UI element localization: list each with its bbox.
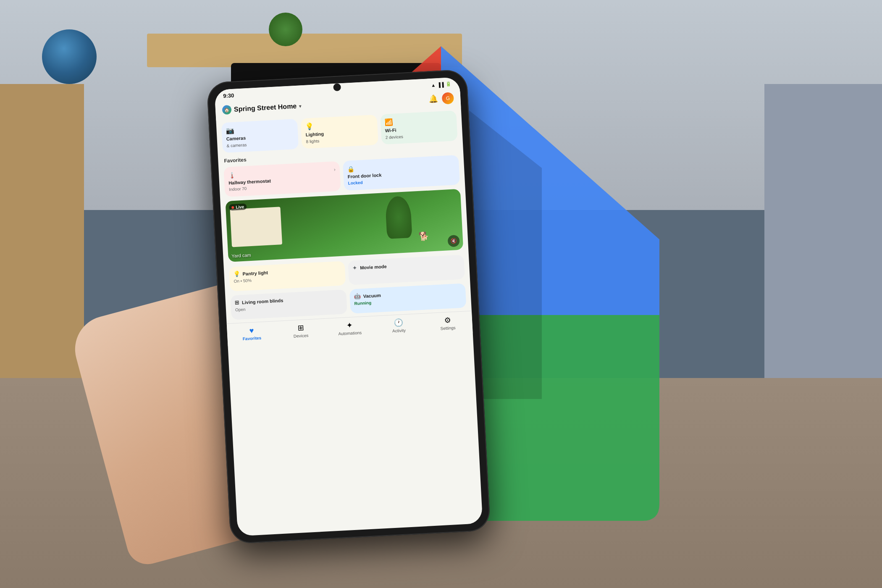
home-icon-symbol: 🏠 xyxy=(224,108,230,113)
vacuum-card[interactable]: 🤖 Vacuum Running xyxy=(349,283,467,313)
user-avatar[interactable]: G xyxy=(442,92,454,104)
lighting-card[interactable]: 💡 Lighting 8 lights xyxy=(301,115,378,149)
home-name-label: Spring Street Home xyxy=(234,102,297,113)
nav-automations-icon: ✦ xyxy=(346,321,353,331)
movie-mode-card[interactable]: ✦ Movie mode xyxy=(348,255,465,285)
phone-screen: 9:30 ▲ ▐▐ 🔋 🏠 Spring Street Home ▾ 🔔 xyxy=(215,77,483,536)
nav-favorites[interactable]: ♥ Favorites xyxy=(227,325,276,342)
pantry-light-card[interactable]: 💡 Pantry light On • 50% xyxy=(229,261,346,291)
live-text: Live xyxy=(236,205,244,210)
phone-frame: 9:30 ▲ ▐▐ 🔋 🏠 Spring Street Home ▾ 🔔 xyxy=(207,69,491,544)
nav-devices-label: Devices xyxy=(294,333,309,339)
wifi-status-icon: ▲ xyxy=(431,82,436,88)
vacuum-icon: 🤖 xyxy=(354,293,361,299)
nav-settings-label: Settings xyxy=(440,326,456,331)
movie-mode-header: ✦ Movie mode xyxy=(352,259,460,271)
header-actions: 🔔 G xyxy=(428,92,454,105)
right-cabinet xyxy=(764,84,882,378)
nav-devices-icon: ⊞ xyxy=(297,323,304,333)
pantry-light-title: Pantry light xyxy=(242,270,268,276)
camera-dog-visual: 🐕 xyxy=(418,231,429,242)
nav-activity-label: Activity xyxy=(392,328,406,333)
globe-decoration xyxy=(42,29,97,84)
nav-activity-icon: 🕐 xyxy=(394,318,403,328)
wifi-card[interactable]: 📶 Wi-Fi 2 devices xyxy=(380,110,458,144)
nav-settings[interactable]: ⚙ Settings xyxy=(423,315,472,332)
blinds-icon: ⊞ xyxy=(235,299,240,306)
camera-mute-button[interactable]: 🔇 xyxy=(447,235,459,247)
status-icons: ▲ ▐▐ 🔋 xyxy=(431,81,452,88)
vacuum-title: Vacuum xyxy=(363,292,381,298)
cameras-card[interactable]: 📷 Cameras & cameras xyxy=(221,119,299,153)
home-name-row[interactable]: 🏠 Spring Street Home ▾ xyxy=(222,101,302,115)
nav-automations[interactable]: ✦ Automations xyxy=(325,320,374,337)
yard-cam-label: Yard cam xyxy=(231,252,251,258)
blinds-title: Living room blinds xyxy=(242,298,284,305)
live-dot xyxy=(231,206,234,208)
signal-status-icon: ▐▐ xyxy=(437,82,444,87)
thermostat-card[interactable]: 🌡️ › Hallway thermostat Indoor 70 xyxy=(223,161,341,197)
camera-tree-visual xyxy=(385,196,412,239)
thermostat-chevron-icon: › xyxy=(333,166,336,172)
movie-mode-title: Movie mode xyxy=(360,264,387,270)
nav-favorites-icon: ♥ xyxy=(249,326,254,335)
pantry-light-icon: 💡 xyxy=(233,270,240,277)
living-room-blinds-card[interactable]: ⊞ Living room blinds Open xyxy=(230,289,347,320)
camera-house-visual xyxy=(230,207,282,247)
camera-live-badge: Live xyxy=(229,203,247,210)
bell-icon[interactable]: 🔔 xyxy=(428,94,438,104)
thermostat-icon: 🌡️ xyxy=(228,172,236,179)
lock-icon: 🔒 xyxy=(347,165,354,173)
front-door-card[interactable]: 🔒 Front door lock Locked xyxy=(343,155,460,191)
status-time: 9:30 xyxy=(223,92,234,99)
home-chevron-icon: ▾ xyxy=(299,103,302,109)
nav-devices[interactable]: ⊞ Devices xyxy=(276,322,326,339)
nav-activity[interactable]: 🕐 Activity xyxy=(374,317,423,334)
left-cabinet xyxy=(0,84,84,378)
home-app-icon: 🏠 xyxy=(222,105,232,115)
nav-favorites-label: Favorites xyxy=(243,335,262,341)
nav-automations-label: Automations xyxy=(338,330,362,336)
battery-status-icon: 🔋 xyxy=(445,81,452,87)
camera-feed[interactable]: 🐕 Live Yard cam 🔇 xyxy=(225,189,463,262)
movie-mode-sparkle-icon: ✦ xyxy=(352,265,358,272)
phone: 9:30 ▲ ▐▐ 🔋 🏠 Spring Street Home ▾ 🔔 xyxy=(207,69,491,544)
nav-settings-icon: ⚙ xyxy=(444,315,451,325)
